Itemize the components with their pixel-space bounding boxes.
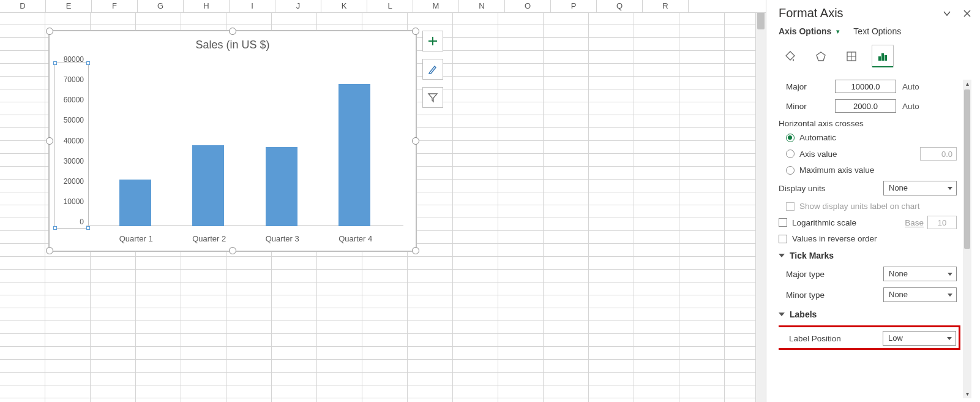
column-header[interactable]: Q [597,0,643,12]
checkbox-icon [786,202,795,211]
reverse-order-check[interactable]: Values in reverse order [779,234,957,243]
pane-title: Format Axis [779,6,843,20]
chart-object[interactable]: Sales (in US $) 010000200003000040000500… [49,31,416,251]
label-position-select[interactable]: Low [883,331,956,346]
funnel-icon [427,92,438,103]
crosses-max-value-radio[interactable]: Maximum axis value [779,165,957,175]
y-axis-tick-label[interactable]: 80000 [56,55,84,64]
bar[interactable] [119,180,151,226]
minor-unit-auto[interactable]: Auto [902,102,924,111]
category-axis-labels[interactable]: Quarter 1Quarter 2Quarter 3Quarter 4 [86,234,403,243]
show-display-units-check: Show display units label on chart [779,202,957,211]
resize-handle[interactable] [229,28,236,35]
y-axis-tick-label[interactable]: 10000 [56,197,84,206]
log-scale-check[interactable]: Logarithmic scale Base 10 [779,216,957,229]
scroll-up-icon[interactable]: ▴ [963,80,971,88]
scroll-thumb[interactable] [964,89,970,249]
plus-icon [427,36,438,47]
x-axis-tick-label[interactable]: Quarter 2 [192,234,224,243]
size-properties-icon[interactable] [841,46,862,67]
chart-elements-button[interactable] [422,31,443,51]
major-tick-label: Major type [786,270,825,279]
display-units-select[interactable]: None [883,181,957,195]
format-axis-pane: Format Axis Axis Options ▾ Text Options [766,0,980,402]
plot-area[interactable]: 0100002000030000400005000060000700008000… [86,65,403,226]
column-header[interactable]: E [46,0,92,12]
minor-tick-select[interactable]: None [883,287,957,302]
tick-marks-section[interactable]: Tick Marks [779,251,957,260]
checkbox-icon [779,235,787,243]
axis-options-icon[interactable] [872,45,894,67]
tab-axis-options[interactable]: Axis Options [779,26,831,36]
column-headers: DEFGHIJKLMNOPQR [0,0,766,13]
column-header[interactable]: M [413,0,459,12]
svg-rect-2 [881,53,884,61]
column-header[interactable]: G [138,0,184,12]
y-axis-tick-label[interactable]: 60000 [56,96,84,104]
bar[interactable] [192,145,224,227]
column-header[interactable]: J [275,0,321,12]
column-header[interactable]: K [321,0,367,12]
column-header[interactable]: N [459,0,505,12]
sheet-vertical-scrollbar[interactable] [755,0,766,402]
radio-icon [786,134,795,142]
resize-handle[interactable] [412,28,419,35]
major-tick-row: Major type None [779,267,957,281]
x-axis-tick-label[interactable]: Quarter 1 [119,234,151,243]
y-axis-tick-label[interactable]: 30000 [56,157,84,165]
y-axis-tick-label[interactable]: 40000 [56,137,84,145]
column-header[interactable]: R [643,0,689,12]
column-header[interactable]: P [551,0,597,12]
chevron-down-icon[interactable] [942,9,952,18]
checkbox-icon [779,218,787,227]
resize-handle[interactable] [46,28,53,35]
radio-icon [786,150,795,158]
x-axis-tick-label[interactable]: Quarter 3 [266,234,297,243]
fill-line-icon[interactable] [780,46,801,67]
effects-icon[interactable] [810,46,831,67]
major-unit-input[interactable]: 10000.0 [835,80,896,93]
bar-series[interactable] [86,65,403,226]
resize-handle[interactable] [229,247,236,254]
resize-handle[interactable] [412,137,419,145]
spreadsheet-area[interactable]: DEFGHIJKLMNOPQR Sales (in US $) 01000020… [0,0,766,402]
crosses-automatic-radio[interactable]: Automatic [779,133,957,142]
close-icon[interactable] [963,9,971,18]
chart-filters-button[interactable] [422,87,443,108]
resize-handle[interactable] [46,137,53,145]
tab-text-options[interactable]: Text Options [853,26,901,36]
y-axis-tick-label[interactable]: 50000 [56,116,84,124]
minor-unit-input[interactable]: 2000.0 [835,99,896,113]
column-header[interactable]: D [0,0,46,12]
column-header[interactable]: L [367,0,413,12]
svg-rect-3 [885,55,887,61]
column-header[interactable]: F [92,0,138,12]
resize-handle[interactable] [412,247,419,254]
column-header[interactable]: H [184,0,230,12]
major-tick-select[interactable]: None [883,267,957,281]
resize-handle[interactable] [46,247,53,254]
column-header[interactable]: O [505,0,551,12]
y-axis-tick-label[interactable]: 70000 [56,75,84,84]
y-axis-tick-label[interactable]: 0 [56,218,84,226]
axis-value-input[interactable]: 0.0 [920,147,957,161]
chart-styles-button[interactable] [422,59,443,80]
bar[interactable] [339,84,370,226]
label-position-label: Label Position [789,334,841,343]
column-header[interactable]: I [230,0,275,12]
label-position-highlight: Label Position Low [779,325,960,350]
radio-icon [786,166,795,175]
crosses-axis-value-radio[interactable]: Axis value 0.0 [779,147,957,161]
chart-side-buttons [422,31,443,108]
log-base-label: Base [905,218,924,227]
labels-section[interactable]: Labels [779,309,957,319]
pane-scrollbar[interactable]: ▴ ▾ [963,80,971,398]
y-axis-tick-label[interactable]: 20000 [56,177,84,186]
pane-tabs: Axis Options ▾ Text Options [779,26,971,36]
major-unit-auto[interactable]: Auto [902,82,924,91]
chevron-down-icon[interactable]: ▾ [836,28,840,36]
scroll-down-icon[interactable]: ▾ [963,390,971,398]
bar[interactable] [266,147,297,226]
x-axis-tick-label[interactable]: Quarter 4 [339,234,370,243]
svg-rect-1 [878,56,881,61]
